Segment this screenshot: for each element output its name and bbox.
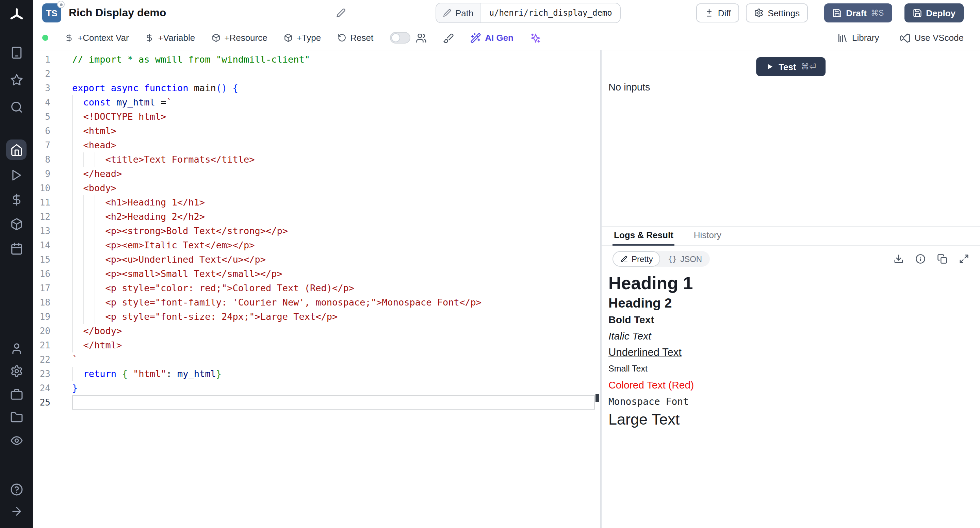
code-line[interactable]: 12 <h2>Heading 2</h2> bbox=[33, 210, 600, 224]
code-line[interactable]: 19 <p style="font-size: 24px;">Large Tex… bbox=[33, 310, 600, 324]
code-line[interactable]: 18 <p style="font-family: 'Courier New',… bbox=[33, 295, 600, 310]
result-info-button[interactable] bbox=[915, 254, 926, 264]
windmill-logo[interactable] bbox=[8, 7, 25, 24]
sidebar-folders-button[interactable] bbox=[10, 410, 23, 424]
code-line[interactable]: 3export async function main() { bbox=[33, 81, 600, 95]
sparkles-icon bbox=[530, 32, 541, 43]
code-line[interactable]: 24} bbox=[33, 381, 600, 395]
indent-guide bbox=[72, 324, 73, 338]
main-area: TS Rich Display demo Path u/henri/rich_d… bbox=[33, 0, 980, 528]
sidebar-variables-button[interactable] bbox=[10, 192, 23, 206]
library-button[interactable]: Library bbox=[837, 32, 879, 43]
sidebar bbox=[0, 0, 33, 528]
result-bold-text: Bold Text bbox=[608, 312, 973, 328]
draft-shortcut: ⌘S bbox=[871, 8, 884, 18]
add-type-button[interactable]: +Type bbox=[284, 33, 321, 43]
code-line[interactable]: 5 <!DOCTYPE html> bbox=[33, 110, 600, 124]
reset-button[interactable]: Reset bbox=[337, 33, 373, 43]
code-line[interactable]: 22` bbox=[33, 353, 600, 367]
download-result-button[interactable] bbox=[894, 254, 904, 264]
code-text: ` bbox=[72, 353, 595, 367]
deploy-button[interactable]: Deploy bbox=[904, 3, 964, 22]
add-resource-button[interactable]: +Resource bbox=[211, 33, 267, 43]
sidebar-schedules-button[interactable] bbox=[10, 242, 23, 255]
code-line[interactable]: 9 </head> bbox=[33, 167, 600, 181]
code-text: <html> bbox=[72, 124, 595, 138]
code-line[interactable]: 25 bbox=[33, 395, 600, 410]
code-line[interactable]: 11 <h1>Heading 1</h1> bbox=[33, 195, 600, 210]
topbar: TS Rich Display demo Path u/henri/rich_d… bbox=[33, 0, 980, 26]
test-button[interactable]: Test ⌘⏎ bbox=[756, 57, 826, 76]
ai-gen-button[interactable]: AI Gen bbox=[470, 32, 514, 43]
briefcase-icon bbox=[10, 388, 23, 401]
line-number: 17 bbox=[33, 281, 72, 295]
indent-guide bbox=[72, 138, 73, 153]
json-view-button[interactable]: {} JSON bbox=[660, 251, 710, 267]
indent-guide bbox=[94, 253, 95, 267]
code-text: <h2>Heading 2</h2> bbox=[72, 210, 595, 224]
code-line[interactable]: 6 <html> bbox=[33, 124, 600, 138]
expand-result-button[interactable] bbox=[959, 254, 969, 264]
language-badge[interactable]: TS bbox=[42, 3, 61, 22]
code-line[interactable]: 1// import * as wmill from "windmill-cli… bbox=[33, 52, 600, 67]
code-line[interactable]: 16 <p><small>Small Text</small></p> bbox=[33, 267, 600, 281]
line-number: 4 bbox=[33, 95, 72, 110]
path-field[interactable]: Path u/henri/rich_display_demo bbox=[436, 3, 621, 23]
line-number: 24 bbox=[33, 381, 72, 395]
multiplayer-group bbox=[390, 32, 426, 43]
code-line[interactable]: 13 <p><strong>Bold Text</strong></p> bbox=[33, 224, 600, 238]
sidebar-collapse-button[interactable] bbox=[10, 504, 23, 518]
line-number: 20 bbox=[33, 324, 72, 338]
sidebar-home-button[interactable] bbox=[6, 140, 27, 160]
sidebar-favorites-button[interactable] bbox=[10, 73, 23, 86]
code-line[interactable]: 17 <p style="color: red;">Colored Text (… bbox=[33, 281, 600, 295]
sidebar-search-button[interactable] bbox=[10, 100, 23, 114]
code-line[interactable]: 4 const my_html =` bbox=[33, 95, 600, 110]
pretty-view-button[interactable]: Pretty bbox=[612, 251, 660, 267]
sidebar-audit-logs-button[interactable] bbox=[10, 433, 23, 447]
line-number: 14 bbox=[33, 238, 72, 253]
sidebar-help-button[interactable] bbox=[10, 482, 23, 496]
library-icon bbox=[837, 32, 848, 43]
results-toolbar: Pretty {} JSON bbox=[601, 246, 980, 269]
tab-history[interactable]: History bbox=[692, 227, 723, 245]
code-line[interactable]: 8 <title>Text Formats</title> bbox=[33, 153, 600, 167]
sidebar-user-button[interactable] bbox=[10, 342, 23, 355]
line-number: 10 bbox=[33, 181, 72, 195]
ai-suggestions-button[interactable] bbox=[530, 32, 541, 43]
add-context-var-button[interactable]: +Context Var bbox=[65, 33, 129, 43]
sidebar-workers-button[interactable] bbox=[10, 387, 23, 401]
code-line[interactable]: 23 return { "html": my_html} bbox=[33, 367, 600, 381]
pencil-icon bbox=[443, 9, 451, 17]
settings-button[interactable]: Settings bbox=[746, 3, 808, 22]
code-line[interactable]: 20 </body> bbox=[33, 324, 600, 338]
multiplayer-toggle[interactable] bbox=[390, 32, 410, 43]
format-code-button[interactable] bbox=[443, 32, 453, 43]
use-vscode-button[interactable]: Use VScode bbox=[899, 32, 964, 43]
line-number: 19 bbox=[33, 310, 72, 324]
sidebar-resources-button[interactable] bbox=[10, 217, 23, 231]
code-line[interactable]: 2 bbox=[33, 67, 600, 81]
dollar-icon bbox=[145, 33, 154, 42]
braces-icon: {} bbox=[668, 254, 677, 263]
code-line[interactable]: 14 <p><em>Italic Text</em></p> bbox=[33, 238, 600, 253]
code-area[interactable]: 1// import * as wmill from "windmill-cli… bbox=[33, 50, 600, 410]
draft-button[interactable]: Draft ⌘S bbox=[824, 3, 892, 22]
code-editor[interactable]: 1// import * as wmill from "windmill-cli… bbox=[33, 50, 600, 528]
sidebar-settings-button[interactable] bbox=[10, 364, 23, 378]
tab-logs-result[interactable]: Logs & Result bbox=[612, 227, 675, 246]
play-icon bbox=[10, 169, 23, 181]
indent-guide bbox=[83, 310, 84, 324]
code-line[interactable]: 15 <p><u>Underlined Text</u></p> bbox=[33, 253, 600, 267]
edit-summary-button[interactable] bbox=[336, 8, 346, 18]
sidebar-notebook-button[interactable] bbox=[10, 46, 23, 59]
copy-result-button[interactable] bbox=[937, 254, 947, 264]
windmill-app: TS Rich Display demo Path u/henri/rich_d… bbox=[0, 0, 980, 528]
diff-button[interactable]: Diff bbox=[696, 3, 740, 22]
code-line[interactable]: 21 </html> bbox=[33, 338, 600, 353]
sidebar-runs-button[interactable] bbox=[10, 168, 23, 182]
code-line[interactable]: 10 <body> bbox=[33, 181, 600, 195]
code-text: <p><em>Italic Text</em></p> bbox=[72, 238, 595, 253]
code-line[interactable]: 7 <head> bbox=[33, 138, 600, 153]
add-variable-button[interactable]: +Variable bbox=[145, 33, 195, 43]
